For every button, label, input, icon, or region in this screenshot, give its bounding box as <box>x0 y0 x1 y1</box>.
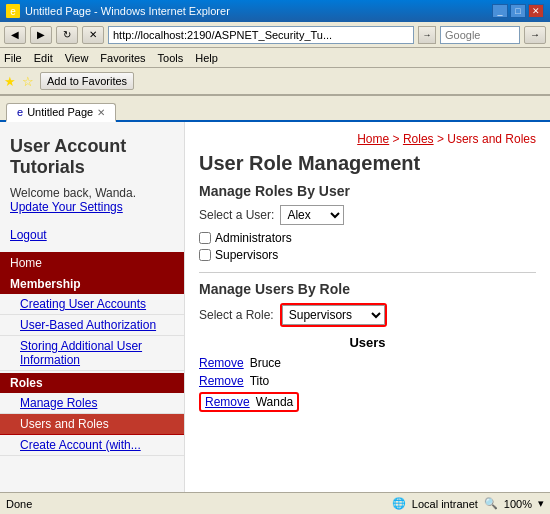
add-favorites-label: Add to Favorites <box>47 75 127 87</box>
select-user-label: Select a User: <box>199 208 274 222</box>
sidebar-item-user-based-auth[interactable]: User-Based Authorization <box>0 315 184 336</box>
zoom-level: 100% <box>504 498 532 510</box>
sidebar: User Account Tutorials Welcome back, Wan… <box>0 122 185 492</box>
status-left: Done <box>6 498 32 510</box>
address-input[interactable] <box>108 26 414 44</box>
sidebar-section-roles: Roles <box>0 373 184 393</box>
stop-button[interactable]: ✕ <box>82 26 104 44</box>
breadcrumb-current: Users and Roles <box>447 132 536 146</box>
remove-bruce-link[interactable]: Remove <box>199 356 244 370</box>
administrators-checkbox-row: Administrators <box>199 231 536 245</box>
menu-help[interactable]: Help <box>195 52 218 64</box>
sidebar-section-membership: Membership <box>0 274 184 294</box>
search-go-button[interactable]: → <box>524 26 546 44</box>
status-bar: Done 🌐 Local intranet 🔍 100% ▾ <box>0 492 550 514</box>
page-title: User Role Management <box>199 152 536 175</box>
sidebar-item-create-account[interactable]: Create Account (with... <box>0 435 184 456</box>
administrators-checkbox[interactable] <box>199 232 211 244</box>
add-favorites-button[interactable]: Add to Favorites <box>40 72 134 90</box>
menu-edit[interactable]: Edit <box>34 52 53 64</box>
toolbar: ★ ☆ Add to Favorites <box>0 68 550 96</box>
select-role-label: Select a Role: <box>199 308 274 322</box>
breadcrumb: Home > Roles > Users and Roles <box>199 132 536 146</box>
remove-tito-link[interactable]: Remove <box>199 374 244 388</box>
section2-title: Manage Users By Role <box>199 281 536 297</box>
supervisors-checkbox[interactable] <box>199 249 211 261</box>
status-right: 🌐 Local intranet 🔍 100% ▾ <box>392 497 544 510</box>
zone-icon: 🌐 <box>392 497 406 510</box>
menu-file[interactable]: File <box>4 52 22 64</box>
sidebar-item-manage-roles[interactable]: Manage Roles <box>0 393 184 414</box>
back-button[interactable]: ◀ <box>4 26 26 44</box>
sidebar-item-users-and-roles[interactable]: Users and Roles <box>0 414 184 435</box>
divider <box>199 272 536 273</box>
favorites-star2-icon: ☆ <box>22 74 34 89</box>
site-title: User Account Tutorials <box>0 130 184 182</box>
status-text: Done <box>6 498 32 510</box>
supervisors-label: Supervisors <box>215 248 278 262</box>
welcome-message: Welcome back, Wanda. <box>10 186 136 200</box>
users-section: Users Remove Bruce Remove Tito Remove Wa… <box>199 335 536 412</box>
zoom-label: 🔍 <box>484 497 498 510</box>
section1-title: Manage Roles By User <box>199 183 536 199</box>
search-input[interactable] <box>440 26 520 44</box>
remove-wanda-link[interactable]: Remove <box>205 395 250 409</box>
select-role-row: Select a Role: Administrators Supervisor… <box>199 303 536 327</box>
administrators-label: Administrators <box>215 231 292 245</box>
tab-close-icon[interactable]: ✕ <box>97 107 105 118</box>
breadcrumb-home[interactable]: Home <box>357 132 389 146</box>
update-settings-link[interactable]: Update Your Settings <box>10 200 174 214</box>
sidebar-item-creating-user-accounts[interactable]: Creating User Accounts <box>0 294 184 315</box>
roles-checkboxes: Administrators Supervisors <box>199 231 536 262</box>
title-bar: e Untitled Page - Windows Internet Explo… <box>0 0 550 22</box>
tab-label: Untitled Page <box>27 106 93 118</box>
user-row-wanda: Remove Wanda <box>199 392 536 412</box>
address-bar: ◀ ▶ ↻ ✕ → → <box>0 22 550 48</box>
wanda-highlighted-row: Remove Wanda <box>199 392 299 412</box>
sidebar-item-home[interactable]: Home <box>0 252 184 274</box>
menu-bar: File Edit View Favorites Tools Help <box>0 48 550 68</box>
breadcrumb-roles[interactable]: Roles <box>403 132 434 146</box>
supervisors-checkbox-row: Supervisors <box>199 248 536 262</box>
breadcrumb-sep2: > <box>437 132 447 146</box>
favorites-star-icon: ★ <box>4 74 16 89</box>
user-name-tito: Tito <box>250 374 270 388</box>
window-controls[interactable]: _ □ ✕ <box>492 4 544 18</box>
tab-untitled[interactable]: e Untitled Page ✕ <box>6 103 116 122</box>
user-name-wanda: Wanda <box>256 395 294 409</box>
menu-view[interactable]: View <box>65 52 89 64</box>
breadcrumb-sep1: > <box>393 132 403 146</box>
close-button[interactable]: ✕ <box>528 4 544 18</box>
welcome-text: Welcome back, Wanda. Update Your Setting… <box>0 182 184 246</box>
user-row-bruce: Remove Bruce <box>199 356 536 370</box>
role-select[interactable]: Administrators Supervisors <box>282 305 385 325</box>
minimize-button[interactable]: _ <box>492 4 508 18</box>
tab-bar: e Untitled Page ✕ <box>0 96 550 122</box>
zoom-dropdown-icon[interactable]: ▾ <box>538 497 544 510</box>
page-content: User Account Tutorials Welcome back, Wan… <box>0 122 550 492</box>
user-name-bruce: Bruce <box>250 356 281 370</box>
ie-tab-icon: e <box>17 106 23 118</box>
menu-tools[interactable]: Tools <box>158 52 184 64</box>
menu-favorites[interactable]: Favorites <box>100 52 145 64</box>
ie-icon: e <box>6 4 20 18</box>
select-user-row: Select a User: Alex Bruce Tito Wanda <box>199 205 536 225</box>
forward-button[interactable]: ▶ <box>30 26 52 44</box>
go-button[interactable]: → <box>418 26 436 44</box>
restore-button[interactable]: □ <box>510 4 526 18</box>
logout-link[interactable]: Logout <box>10 228 174 242</box>
zone-label: Local intranet <box>412 498 478 510</box>
sidebar-item-storing-user-info[interactable]: Storing Additional User Information <box>0 336 184 371</box>
user-row-tito: Remove Tito <box>199 374 536 388</box>
users-label: Users <box>199 335 536 350</box>
main-content: Home > Roles > Users and Roles User Role… <box>185 122 550 492</box>
user-select[interactable]: Alex Bruce Tito Wanda <box>280 205 344 225</box>
window-title: Untitled Page - Windows Internet Explore… <box>25 5 230 17</box>
refresh-button[interactable]: ↻ <box>56 26 78 44</box>
role-select-highlighted: Administrators Supervisors <box>280 303 387 327</box>
